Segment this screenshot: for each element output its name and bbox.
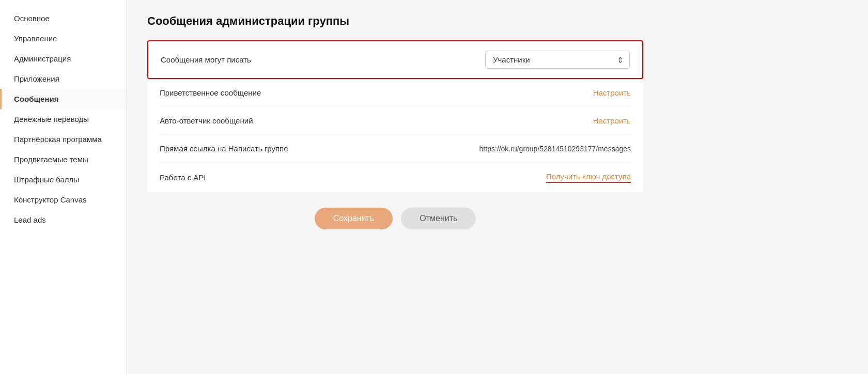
info-row-welcome-message: Приветственное сообщениеНастроить: [160, 79, 631, 107]
info-row-api-work: Работа с APIПолучить ключ доступа: [160, 163, 631, 192]
info-row-auto-reply: Авто-ответчик сообщенийНастроить: [160, 107, 631, 135]
sidebar-item-lead-ads[interactable]: Lead ads: [0, 210, 126, 230]
row-label-auto-reply: Авто-ответчик сообщений: [160, 116, 253, 125]
page-title: Сообщения администрации группы: [147, 14, 847, 28]
row-label-direct-link: Прямая ссылка на Написать группе: [160, 144, 288, 153]
sidebar: ОсновноеУправлениеАдминистрацияПриложени…: [0, 0, 127, 374]
content-card: Сообщения могут писать УчастникиВсеАдмин…: [147, 40, 643, 192]
sidebar-item-prilozheniya[interactable]: Приложения: [0, 69, 126, 89]
participants-select[interactable]: УчастникиВсеАдминистраторы: [485, 51, 630, 69]
sidebar-item-shtrafnye-bally[interactable]: Штрафные баллы: [0, 169, 126, 190]
actions-row: Сохранить Отменить: [147, 192, 643, 235]
info-row-direct-link: Прямая ссылка на Написать группеhttps://…: [160, 135, 631, 163]
row-value-auto-reply[interactable]: Настроить: [593, 116, 631, 125]
sidebar-item-denezhnyye-perevody[interactable]: Денежные переводы: [0, 109, 126, 129]
row-value-direct-link: https://ok.ru/group/52814510293177/messa…: [479, 145, 631, 153]
sidebar-item-soobshcheniya[interactable]: Сообщения: [0, 89, 126, 109]
row-label-welcome-message: Приветственное сообщение: [160, 88, 261, 97]
row-value-api-work[interactable]: Получить ключ доступа: [546, 172, 631, 183]
sidebar-item-upravlenie[interactable]: Управление: [0, 28, 126, 49]
row-label-api-work: Работа с API: [160, 173, 206, 182]
sidebar-item-partnerskaya-programma[interactable]: Партнёрская программа: [0, 129, 126, 149]
sidebar-item-konstruktor-canvas[interactable]: Конструктор Canvas: [0, 190, 126, 210]
sidebar-item-osnovnoe[interactable]: Основное: [0, 8, 126, 28]
main-content: Сообщения администрации группы Сообщения…: [127, 0, 868, 374]
info-rows: Приветственное сообщениеНастроитьАвто-от…: [147, 79, 643, 192]
row-value-welcome-message[interactable]: Настроить: [593, 88, 631, 97]
highlighted-row: Сообщения могут писать УчастникиВсеАдмин…: [147, 40, 643, 79]
save-button[interactable]: Сохранить: [315, 208, 393, 229]
select-wrapper: УчастникиВсеАдминистраторы ⇕: [485, 51, 630, 69]
sidebar-item-administraciya[interactable]: Администрация: [0, 49, 126, 69]
cancel-button[interactable]: Отменить: [401, 208, 476, 229]
sidebar-item-prodvigaemye-temy[interactable]: Продвигаемые темы: [0, 149, 126, 169]
messages-can-write-label: Сообщения могут писать: [161, 55, 251, 64]
